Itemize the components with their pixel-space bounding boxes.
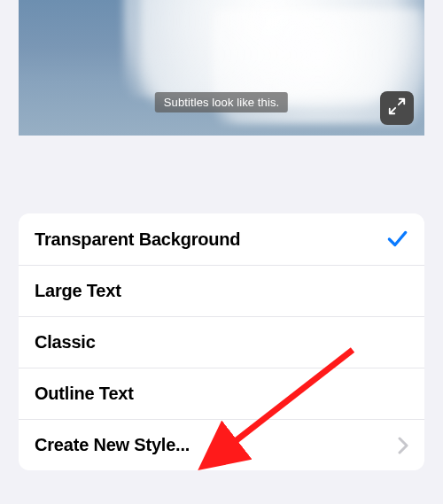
style-option-transparent-background[interactable]: Transparent Background xyxy=(19,213,424,265)
style-option-classic[interactable]: Classic xyxy=(19,316,424,368)
style-list: Transparent Background Large Text Classi… xyxy=(19,213,424,470)
create-new-style-label: Create New Style... xyxy=(35,435,190,455)
style-option-label: Classic xyxy=(35,332,96,353)
checkmark-icon xyxy=(385,228,408,251)
style-option-large-text[interactable]: Large Text xyxy=(19,265,424,316)
style-option-label: Transparent Background xyxy=(35,229,240,250)
style-option-outline-text[interactable]: Outline Text xyxy=(19,368,424,419)
create-new-style-button[interactable]: Create New Style... xyxy=(19,419,424,470)
subtitle-sample-text: Subtitles look like this. xyxy=(155,92,288,112)
expand-preview-button[interactable] xyxy=(380,91,414,125)
expand-icon xyxy=(387,97,407,120)
style-option-label: Outline Text xyxy=(35,384,134,404)
chevron-right-icon xyxy=(398,437,408,454)
style-option-label: Large Text xyxy=(35,281,121,301)
subtitle-preview: Subtitles look like this. xyxy=(19,0,424,136)
